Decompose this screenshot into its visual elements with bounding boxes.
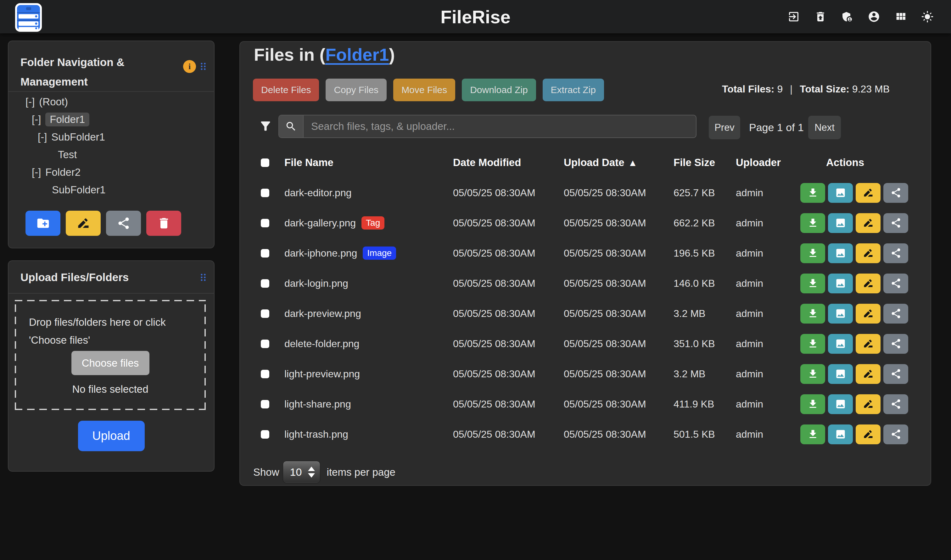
row-checkbox[interactable]: [261, 430, 269, 438]
filter-icon[interactable]: [259, 119, 273, 133]
row-checkbox[interactable]: [261, 249, 269, 257]
tree-toggle[interactable]: [-]: [25, 96, 35, 108]
tree-item-root[interactable]: [-] (Root): [8, 93, 214, 111]
edit-file-button[interactable]: [856, 213, 880, 233]
edit-file-button[interactable]: [856, 394, 880, 414]
tree-toggle[interactable]: [-]: [38, 131, 47, 143]
rename-folder-button[interactable]: [66, 211, 101, 236]
light-mode-icon[interactable]: [921, 10, 934, 23]
account-circle-icon[interactable]: [868, 10, 880, 23]
download-file-button[interactable]: [800, 425, 825, 444]
share-file-button[interactable]: [883, 183, 908, 203]
download-zip-button[interactable]: Download Zip: [462, 78, 536, 101]
file-name[interactable]: light-preview.png: [284, 368, 360, 380]
move-files-button[interactable]: Move Files: [393, 78, 455, 101]
row-checkbox[interactable]: [261, 370, 269, 378]
file-name[interactable]: dark-gallery.png: [284, 217, 356, 229]
file-name[interactable]: dark-editor.png: [284, 187, 351, 199]
download-file-button[interactable]: [800, 213, 825, 233]
file-name[interactable]: dark-preview.png: [284, 308, 361, 320]
tree-item-subfolder1[interactable]: [-] SubFolder1: [8, 128, 214, 146]
preview-image-button[interactable]: [828, 274, 853, 293]
column-upload-date[interactable]: Upload Date▲: [564, 157, 674, 169]
exit-to-app-icon[interactable]: [788, 10, 800, 23]
edit-file-button[interactable]: [856, 274, 880, 293]
row-checkbox[interactable]: [261, 189, 269, 197]
download-file-button[interactable]: [800, 274, 825, 293]
edit-file-button[interactable]: [856, 243, 880, 263]
column-file-name[interactable]: File Name: [284, 157, 453, 169]
share-file-button[interactable]: [883, 334, 908, 354]
search-input[interactable]: [304, 115, 696, 137]
share-file-button[interactable]: [883, 364, 908, 384]
grid-view-icon[interactable]: [894, 10, 907, 23]
edit-file-button[interactable]: [856, 183, 880, 203]
tree-item-test[interactable]: Test: [8, 146, 214, 163]
download-file-button[interactable]: [800, 243, 825, 263]
tree-toggle[interactable]: [-]: [32, 166, 41, 178]
select-all-checkbox[interactable]: [261, 158, 269, 167]
file-name[interactable]: light-share.png: [284, 398, 351, 410]
row-checkbox[interactable]: [261, 340, 269, 348]
tree-item-folder1[interactable]: [-] Folder1: [8, 111, 214, 128]
admin-shield-icon[interactable]: [841, 10, 854, 23]
upload-dropzone[interactable]: Drop files/folders here or click 'Choose…: [15, 300, 206, 410]
edit-file-button[interactable]: [856, 304, 880, 323]
restore-trash-icon[interactable]: [814, 10, 827, 23]
download-file-button[interactable]: [800, 334, 825, 354]
file-name[interactable]: dark-iphone.png: [284, 248, 357, 259]
file-name[interactable]: delete-folder.png: [284, 338, 359, 350]
share-file-button[interactable]: [883, 304, 908, 323]
share-folder-button[interactable]: [106, 211, 141, 236]
row-checkbox[interactable]: [261, 400, 269, 408]
share-file-button[interactable]: [883, 213, 908, 233]
copy-files-button[interactable]: Copy Files: [325, 78, 387, 101]
column-date-modified[interactable]: Date Modified: [453, 157, 564, 169]
extract-zip-button[interactable]: Extract Zip: [543, 78, 604, 101]
edit-file-icon: [863, 278, 874, 289]
preview-image-button[interactable]: [828, 394, 853, 414]
info-icon[interactable]: i: [183, 60, 196, 73]
download-file-button[interactable]: [800, 364, 825, 384]
prev-page-button[interactable]: Prev: [709, 116, 740, 139]
tree-item-folder2[interactable]: [-] Folder2: [8, 163, 214, 181]
folder-card-title-line2: Management: [20, 75, 88, 88]
preview-image-button[interactable]: [828, 304, 853, 323]
edit-file-button[interactable]: [856, 425, 880, 444]
row-checkbox[interactable]: [261, 279, 269, 288]
create-folder-button[interactable]: [25, 211, 60, 236]
items-per-page-select[interactable]: 10: [283, 461, 320, 483]
delete-folder-button[interactable]: [146, 211, 181, 236]
next-page-button[interactable]: Next: [808, 116, 841, 139]
download-file-button[interactable]: [800, 304, 825, 323]
share-file-button[interactable]: [883, 243, 908, 263]
preview-image-button[interactable]: [828, 213, 853, 233]
column-file-size[interactable]: File Size: [674, 157, 736, 169]
share-file-button[interactable]: [883, 425, 908, 444]
folder-action-buttons: [25, 211, 181, 236]
row-checkbox[interactable]: [261, 219, 269, 227]
preview-image-button[interactable]: [828, 364, 853, 384]
edit-file-button[interactable]: [856, 364, 880, 384]
tree-item-folder2-subfolder1[interactable]: SubFolder1: [8, 181, 214, 199]
delete-files-button[interactable]: Delete Files: [253, 78, 319, 101]
drag-handle-icon[interactable]: [199, 271, 208, 283]
edit-file-button[interactable]: [856, 334, 880, 354]
tree-toggle[interactable]: [-]: [32, 114, 41, 125]
download-file-button[interactable]: [800, 183, 825, 203]
file-name[interactable]: dark-login.png: [284, 278, 348, 289]
drag-handle-icon[interactable]: [199, 60, 208, 72]
current-folder-link[interactable]: Folder1: [325, 45, 389, 65]
upload-button[interactable]: Upload: [78, 421, 145, 451]
choose-files-button[interactable]: Choose files: [71, 351, 150, 375]
preview-image-button[interactable]: [828, 183, 853, 203]
preview-image-button[interactable]: [828, 425, 853, 444]
file-name[interactable]: light-trash.png: [284, 429, 348, 440]
share-file-button[interactable]: [883, 394, 908, 414]
preview-image-button[interactable]: [828, 243, 853, 263]
share-file-button[interactable]: [883, 274, 908, 293]
preview-image-button[interactable]: [828, 334, 853, 354]
column-uploader[interactable]: Uploader: [736, 157, 800, 169]
download-file-button[interactable]: [800, 394, 825, 414]
row-checkbox[interactable]: [261, 309, 269, 318]
